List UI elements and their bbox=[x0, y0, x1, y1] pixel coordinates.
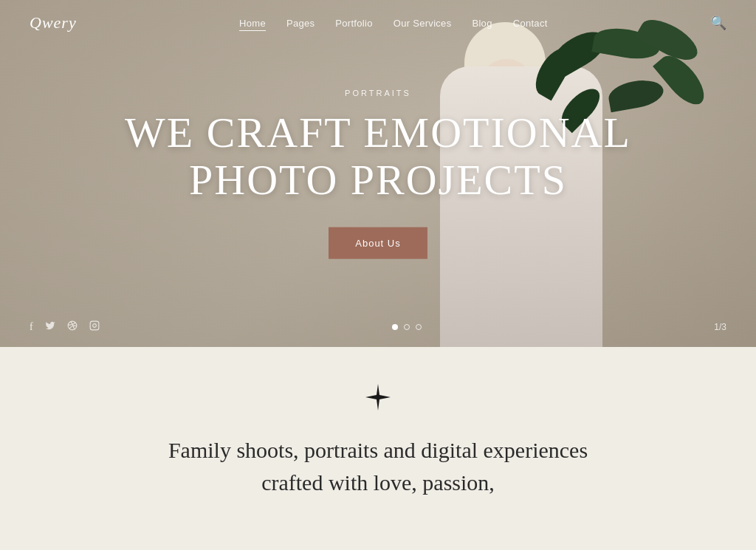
hero-content: PORTRAITS WE CRAFT EMOTIONAL PHOTO PROJE… bbox=[0, 89, 756, 259]
hero-bottom-bar: f 1/3 bbox=[0, 307, 756, 347]
lower-description: Family shoots, portraits and digital exp… bbox=[149, 434, 607, 498]
hero-subtitle: PORTRAITS bbox=[0, 89, 756, 97]
nav-link-contact[interactable]: Contact bbox=[513, 18, 548, 29]
about-us-button[interactable]: About Us bbox=[329, 227, 427, 258]
slide-dot-2[interactable] bbox=[404, 324, 410, 330]
nav-item-blog[interactable]: Blog bbox=[472, 16, 492, 30]
instagram-icon[interactable] bbox=[89, 320, 100, 334]
nav-item-pages[interactable]: Pages bbox=[286, 16, 315, 30]
four-point-star-icon bbox=[365, 384, 391, 410]
facebook-icon[interactable]: f bbox=[30, 321, 33, 333]
social-links: f bbox=[30, 320, 100, 334]
navbar: Qwery Home Pages Portfolio Our Services … bbox=[0, 0, 756, 46]
lower-section: Family shoots, portraits and digital exp… bbox=[0, 347, 756, 550]
nav-link-services[interactable]: Our Services bbox=[394, 18, 452, 29]
nav-item-services[interactable]: Our Services bbox=[394, 16, 452, 30]
hero-title-line2: PHOTO PROJECTS bbox=[189, 156, 567, 204]
nav-link-portfolio[interactable]: Portfolio bbox=[335, 18, 372, 29]
nav-links: Home Pages Portfolio Our Services Blog C… bbox=[239, 16, 548, 30]
dribbble-icon[interactable] bbox=[67, 320, 78, 334]
nav-link-home[interactable]: Home bbox=[239, 18, 266, 31]
slide-counter: 1/3 bbox=[714, 322, 726, 332]
hero-title-line1: WE CRAFT EMOTIONAL bbox=[125, 109, 631, 157]
nav-link-blog[interactable]: Blog bbox=[472, 18, 492, 29]
star-ornament bbox=[365, 384, 391, 413]
twitter-icon[interactable] bbox=[45, 320, 55, 334]
nav-item-contact[interactable]: Contact bbox=[513, 16, 548, 30]
hero-title: WE CRAFT EMOTIONAL PHOTO PROJECTS bbox=[0, 109, 756, 204]
nav-link-pages[interactable]: Pages bbox=[286, 18, 315, 29]
slide-dot-1[interactable] bbox=[392, 324, 398, 330]
slide-dot-3[interactable] bbox=[416, 324, 422, 330]
nav-item-portfolio[interactable]: Portfolio bbox=[335, 16, 372, 30]
hero-section: Qwery Home Pages Portfolio Our Services … bbox=[0, 0, 756, 347]
search-icon[interactable]: 🔍 bbox=[710, 15, 726, 31]
nav-item-home[interactable]: Home bbox=[239, 16, 266, 30]
slide-dots bbox=[392, 324, 422, 330]
svg-rect-1 bbox=[90, 321, 99, 330]
brand-logo[interactable]: Qwery bbox=[30, 13, 77, 32]
